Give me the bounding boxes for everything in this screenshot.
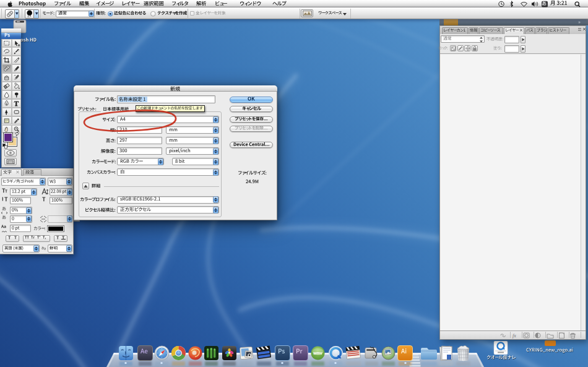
svg-text:fx: fx	[512, 333, 516, 339]
svg-text:wmv: wmv	[313, 351, 322, 355]
